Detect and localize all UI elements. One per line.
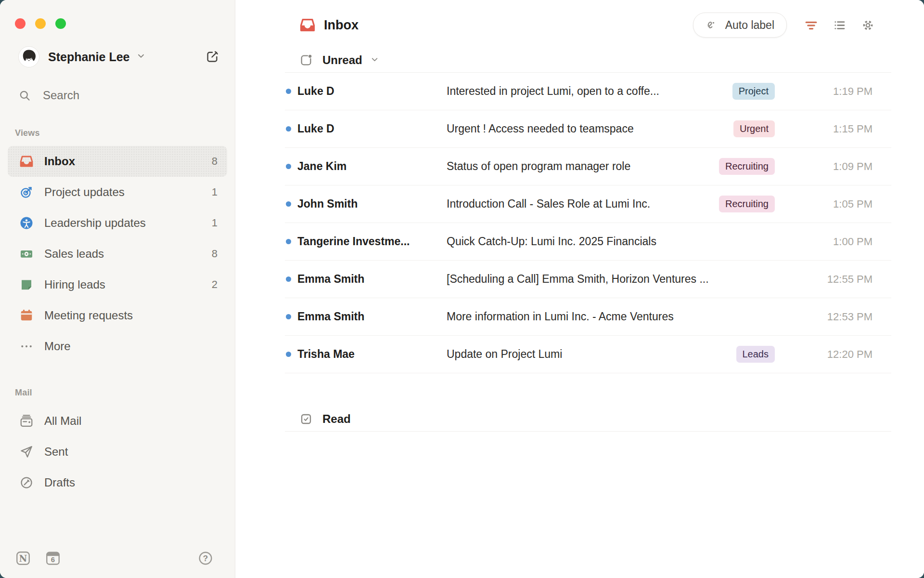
- mail-sender: Jane Kim: [297, 160, 447, 173]
- read-section-header[interactable]: Read: [285, 407, 891, 432]
- ellipsis-icon: [19, 339, 34, 354]
- notion-app-icon[interactable]: N: [15, 550, 31, 566]
- sidebar-item-label: Project updates: [44, 185, 125, 199]
- mail-subject: Quick Catch-Up: Lumi Inc. 2025 Financial…: [447, 235, 775, 248]
- mail-row[interactable]: Emma Smith [Scheduling a Call] Emma Smit…: [285, 261, 891, 298]
- inbox-icon: [299, 17, 316, 33]
- calendar-app-icon[interactable]: 6: [45, 550, 61, 566]
- mail-sender: Emma Smith: [297, 273, 447, 286]
- sidebar-item-label: More: [44, 340, 71, 353]
- sidebar-item-hiring-leads[interactable]: Hiring leads 2: [8, 269, 227, 300]
- label-badge: Recruiting: [719, 196, 775, 212]
- sidebar-item-meeting-requests[interactable]: Meeting requests: [8, 300, 227, 331]
- money-bill-icon: [19, 247, 34, 261]
- mail-list: Unread Luke D Interested in project Lumi…: [285, 48, 891, 432]
- unread-count: 8: [212, 155, 218, 168]
- mail-sender: Tangerine Investme...: [297, 235, 447, 248]
- sidebar-item-label: Sent: [44, 445, 68, 459]
- inbox-tray-icon: [19, 154, 34, 169]
- target-icon: [19, 185, 34, 199]
- sidebar-item-label: Leadership updates: [44, 216, 146, 230]
- mail-sender: Luke D: [297, 122, 447, 135]
- sidebar-item-label: Drafts: [44, 476, 75, 489]
- sidebar-item-leadership-updates[interactable]: Leadership updates 1: [8, 208, 227, 238]
- unread-dot: [286, 314, 291, 319]
- label-badge: Urgent: [733, 120, 775, 137]
- unread-dot: [286, 164, 291, 169]
- read-section-label: Read: [322, 412, 351, 426]
- mail-subject: Update on Project Lumi: [447, 348, 736, 361]
- chevron-down-icon: [370, 54, 380, 66]
- mail-subject: Status of open program manager role: [447, 160, 719, 173]
- unread-section-label: Unread: [322, 53, 362, 67]
- unread-count: 8: [212, 248, 218, 260]
- app-window: Stephanie Lee Search Views: [0, 0, 924, 578]
- svg-text:6: 6: [51, 556, 55, 564]
- mail-time: 12:53 PM: [816, 311, 873, 323]
- sidebar-item-more[interactable]: More: [8, 331, 227, 362]
- account-name: Stephanie Lee: [48, 50, 130, 64]
- window-controls: [0, 0, 235, 29]
- mail-section-label: Mail: [15, 388, 235, 398]
- read-checkbox-icon: [299, 412, 313, 426]
- svg-text:?: ?: [203, 554, 208, 563]
- sidebar-item-label: Meeting requests: [44, 309, 133, 322]
- sidebar-item-sent[interactable]: Sent: [8, 436, 227, 467]
- sidebar-item-label: All Mail: [44, 414, 81, 428]
- mail-subject: Urgent ! Access needed to teamspace: [447, 122, 733, 135]
- mail-nav: All Mail Sent: [0, 406, 235, 498]
- help-icon[interactable]: ?: [197, 550, 214, 566]
- unread-dot: [286, 239, 291, 244]
- account-switcher[interactable]: Stephanie Lee: [18, 46, 219, 67]
- views-section-label: Views: [15, 128, 235, 138]
- close-window-button[interactable]: [15, 18, 26, 29]
- mail-row[interactable]: Jane Kim Status of open program manager …: [285, 148, 891, 185]
- minimize-window-button[interactable]: [35, 18, 46, 29]
- unread-dot: [286, 89, 291, 94]
- mail-row[interactable]: Emma Smith More information in Lumi Inc.…: [285, 298, 891, 336]
- sidebar-item-label: Hiring leads: [44, 278, 105, 291]
- sidebar-item-inbox[interactable]: Inbox 8: [8, 146, 227, 177]
- calendar-icon: [19, 308, 34, 323]
- mail-row[interactable]: Luke D Urgent ! Access needed to teamspa…: [285, 110, 891, 148]
- gear-icon[interactable]: [861, 18, 875, 32]
- mail-row[interactable]: John Smith Introduction Call - Sales Rol…: [285, 185, 891, 223]
- unread-count: 1: [212, 186, 218, 198]
- mail-stack-icon: [19, 414, 34, 428]
- unread-status-icon: [299, 53, 313, 67]
- search-input[interactable]: Search: [18, 89, 235, 102]
- unread-dot: [286, 276, 291, 282]
- filter-icon[interactable]: [804, 18, 818, 32]
- unread-count: 2: [212, 278, 218, 291]
- mail-row[interactable]: Tangerine Investme... Quick Catch-Up: Lu…: [285, 223, 891, 261]
- compose-icon[interactable]: [205, 50, 219, 64]
- unread-section-header[interactable]: Unread: [285, 48, 891, 73]
- sidebar-item-all-mail[interactable]: All Mail: [8, 406, 227, 436]
- sidebar-footer: N 6 ?: [15, 550, 214, 566]
- svg-text:N: N: [19, 553, 27, 564]
- sidebar-item-label: Inbox: [44, 155, 75, 168]
- unread-dot: [286, 352, 291, 357]
- sidebar-item-project-updates[interactable]: Project updates 1: [8, 177, 227, 208]
- views-nav: Inbox 8 Project updates 1: [0, 146, 235, 362]
- person-circle-icon: [19, 216, 34, 230]
- pencil-circle-icon: [19, 475, 34, 490]
- auto-label-text: Auto label: [725, 19, 774, 32]
- sidebar-item-drafts[interactable]: Drafts: [8, 467, 227, 498]
- list-view-icon[interactable]: [833, 18, 847, 32]
- zoom-window-button[interactable]: [55, 18, 66, 29]
- sidebar-item-sales-leads[interactable]: Sales leads 8: [8, 238, 227, 269]
- auto-label-squiggle-icon: [706, 19, 719, 32]
- mail-time: 1:05 PM: [816, 198, 873, 210]
- search-icon: [18, 89, 31, 102]
- mail-row[interactable]: Trisha Mae Update on Project Lumi Leads …: [285, 336, 891, 373]
- page-title: Inbox: [324, 18, 359, 33]
- mail-time: 12:20 PM: [816, 348, 873, 361]
- mail-subject: [Scheduling a Call] Emma Smith, Horizon …: [447, 273, 775, 286]
- label-badge: Leads: [736, 346, 775, 363]
- paper-plane-icon: [19, 445, 34, 459]
- mail-subject: More information in Lumi Inc. - Acme Ven…: [447, 310, 775, 323]
- mail-row[interactable]: Luke D Interested in project Lumi, open …: [285, 73, 891, 110]
- auto-label-button[interactable]: Auto label: [693, 13, 787, 38]
- main-panel: Inbox Auto label: [235, 0, 924, 578]
